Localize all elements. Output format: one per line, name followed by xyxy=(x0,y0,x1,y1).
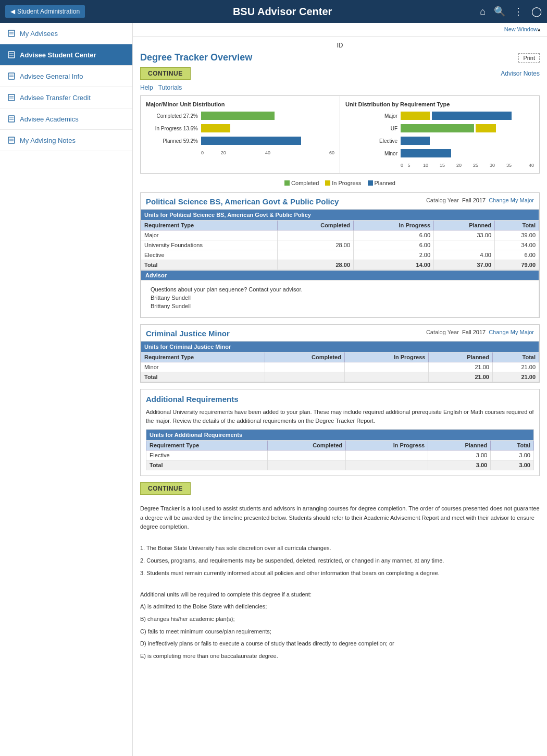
plan2-col-header: Requirement Type Completed In Progress P… xyxy=(141,352,539,362)
plan1-catalog-label: Catalog Year xyxy=(426,197,459,203)
legend-planned-dot xyxy=(368,180,373,186)
plan1-table: Units for Political Science BS, American… xyxy=(141,209,539,270)
advisor-notes-link[interactable]: Advisor Notes xyxy=(501,70,540,77)
table-row: Elective 3.00 3.00 xyxy=(146,450,534,460)
bar-fill-planned-blue xyxy=(201,137,301,145)
help-link[interactable]: Help xyxy=(140,84,153,91)
bar-fill-inprogress-yellow xyxy=(201,124,230,132)
plan2-table: Units for Criminal Justice Minor Require… xyxy=(141,341,539,382)
plan1-change-major-link[interactable]: Change My Major xyxy=(489,197,534,203)
print-button[interactable]: Print xyxy=(518,53,540,63)
more-options-icon[interactable]: ⋮ xyxy=(514,6,523,17)
chart-right: Unit Distribution by Requirement Type Ma… xyxy=(340,96,539,173)
additional-col-header: Requirement Type Completed In Progress P… xyxy=(146,441,534,450)
chart-left-axis: 0 20 40 60 xyxy=(201,149,334,155)
svg-rect-15 xyxy=(8,137,15,143)
chart-left-bars: Completed 27.2% In Progress 13.6% xyxy=(146,112,334,155)
table-row: Minor 21.00 21.00 xyxy=(141,362,539,372)
bar-uf-yellow xyxy=(476,124,495,132)
additional-requirements-section: Additional Requirements Additional Unive… xyxy=(140,389,540,476)
home-icon[interactable]: ⌂ xyxy=(480,6,486,17)
bar-planned xyxy=(201,137,334,145)
plan1-header: Political Science BS, American Govt & Pu… xyxy=(141,193,539,209)
disclaimer-condition-b: B) changes his/her academic plan(s); xyxy=(140,615,540,624)
charts-area: Major/Minor Unit Distribution Completed … xyxy=(140,95,540,174)
section-header: Degree Tracker Overview Print xyxy=(140,52,540,63)
bar-row-uf: UF xyxy=(345,124,534,132)
chart-left: Major/Minor Unit Distribution Completed … xyxy=(141,96,340,173)
additional-total-row: Total 3.00 3.00 xyxy=(146,460,534,470)
bar-uf-green xyxy=(401,124,474,132)
new-window-arrow: ▴ xyxy=(538,26,541,33)
new-window-link[interactable]: New Window xyxy=(504,26,538,33)
sidebar-item-advisee-student-center[interactable]: Advisee Student Center xyxy=(0,44,132,66)
advising-notes-icon xyxy=(7,136,16,144)
tutorials-link[interactable]: Tutorials xyxy=(158,84,182,91)
svg-rect-9 xyxy=(8,94,15,101)
additional-table-section-header: Units for Additional Requirements xyxy=(146,430,534,441)
plan1-advisor-body-content: Questions about your plan sequence? Cont… xyxy=(145,282,534,315)
bar-uf xyxy=(401,124,534,132)
content-area: ID Degree Tracker Overview Print Continu… xyxy=(133,36,547,673)
advisor-name-2: Brittany Sundell xyxy=(151,303,529,309)
legend-completed: Completed xyxy=(284,180,319,186)
plan1-section: Political Science BS, American Govt & Pu… xyxy=(140,192,540,318)
sidebar-item-my-advisees[interactable]: My Advisees xyxy=(0,23,132,44)
bar-elective xyxy=(401,137,534,145)
disclaimer-point-2: 2. Courses, programs, and requirements m… xyxy=(140,556,540,566)
sidebar-item-advisee-academics[interactable]: Advisee Academics xyxy=(0,108,132,130)
plan1-total-row: Total 28.00 14.00 37.00 79.00 xyxy=(141,260,539,270)
continue-button-top[interactable]: Continue xyxy=(140,67,191,80)
bar-label-major: Major xyxy=(345,113,397,119)
additional-table: Units for Additional Requirements Requir… xyxy=(146,429,534,470)
disclaimer-condition-d: D) ineffectively plans or fails to execu… xyxy=(140,639,540,649)
plan1-table-section-header: Units for Political Science BS, American… xyxy=(141,210,539,221)
bar-row-planned: Planned 59.2% xyxy=(146,137,334,145)
plan2-change-major-link[interactable]: Change My Major xyxy=(489,329,534,335)
app-title: BSU Advisor Center xyxy=(85,6,480,18)
table-row: Elective 2.00 4.00 6.00 xyxy=(141,250,539,260)
chart-right-title: Unit Distribution by Requirement Type xyxy=(345,101,534,107)
disclaimer-condition-e: E) is completing more than one baccalaur… xyxy=(140,652,540,661)
plan2-table-section-header: Units for Criminal Justice Minor xyxy=(141,342,539,352)
page-title: Degree Tracker Overview xyxy=(140,52,252,63)
sidebar-item-advisee-transfer-credit[interactable]: Advisee Transfer Credit xyxy=(0,87,132,108)
plan2-total-row: Total 21.00 21.00 xyxy=(141,372,539,382)
sidebar-item-my-advising-notes[interactable]: My Advising Notes xyxy=(0,130,132,151)
plan1-advisor-body: Questions about your plan sequence? Cont… xyxy=(141,281,539,318)
header-icons: ⌂ 🔍 ⋮ ◯ xyxy=(480,6,542,17)
profile-icon[interactable]: ◯ xyxy=(531,6,542,17)
search-icon[interactable]: 🔍 xyxy=(494,6,505,17)
chart-legend: Completed In Progress Planned xyxy=(140,180,540,186)
disclaimer: Degree Tracker is a tool used to assist … xyxy=(140,500,540,668)
help-links: Help Tutorials xyxy=(140,84,540,91)
transfer-credit-icon xyxy=(7,93,16,102)
svg-rect-12 xyxy=(8,116,15,122)
bar-major xyxy=(401,112,534,120)
bar-major-yellow xyxy=(401,112,430,120)
plan1-catalog-value: Fall 2017 xyxy=(462,197,486,203)
bar-label-inprogress: In Progress 13.6% xyxy=(146,126,198,131)
chart-right-bars: Major UF xyxy=(345,112,534,168)
table-row: University Foundations 28.00 6.00 34.00 xyxy=(141,240,539,250)
plan2-title: Criminal Justice Minor xyxy=(146,329,426,338)
legend-inprogress-dot xyxy=(325,180,330,186)
sidebar-item-advisee-general-info[interactable]: Advisee General Info xyxy=(0,66,132,87)
back-button[interactable]: ◀ Student Administration xyxy=(5,5,85,18)
additional-title: Additional Requirements xyxy=(146,395,534,404)
svg-rect-3 xyxy=(8,52,15,58)
student-center-icon xyxy=(7,51,16,59)
plan1-advisor-table: Advisor Questions about your plan sequen… xyxy=(141,270,539,318)
disclaimer-intro: Degree Tracker is a tool used to assist … xyxy=(140,504,540,532)
bar-label-elective: Elective xyxy=(345,138,397,144)
plan1-advisor-header: Advisor xyxy=(141,271,539,281)
bar-label-uf: UF xyxy=(345,126,397,131)
svg-rect-0 xyxy=(8,30,15,36)
continue-button-bottom[interactable]: Continue xyxy=(140,482,191,495)
disclaimer-condition-c: C) fails to meet minimum course/plan req… xyxy=(140,627,540,637)
bar-row-elective: Elective xyxy=(345,137,534,145)
table-row: Major 6.00 33.00 39.00 xyxy=(141,230,539,240)
chart-right-axis: 0 5 10 15 20 25 30 35 40 xyxy=(401,162,534,168)
advisor-name-1: Brittany Sundell xyxy=(151,295,529,301)
svg-rect-6 xyxy=(8,73,15,79)
